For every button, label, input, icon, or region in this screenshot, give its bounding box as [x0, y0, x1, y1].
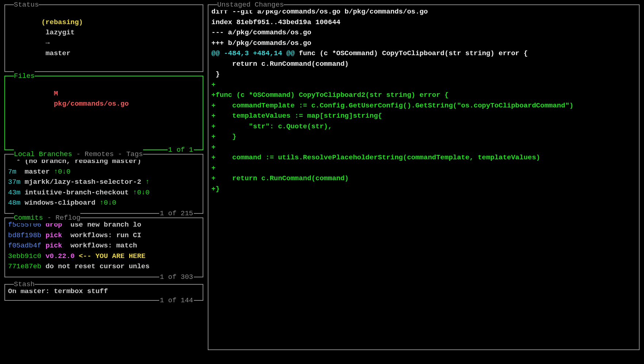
status-line: (rebasing) lazygit → master	[8, 7, 200, 69]
diff-line: --- a/pkg/commands/os.go	[211, 27, 636, 38]
diff-line: + commandTemplate := c.Config.GetUserCon…	[211, 101, 636, 111]
branch-item[interactable]: 7m master ↑0↓0	[8, 167, 200, 177]
stash-footer: 1 of 144	[159, 295, 194, 306]
panel-title-branches: Local Branches - Remotes - Tags	[14, 149, 143, 160]
files-title-label: Files	[14, 72, 35, 80]
diff-view[interactable]: diff --git a/pkg/commands/os.go b/pkg/co…	[211, 7, 636, 347]
files-panel[interactable]: Files M pkg/commands/os.go 1 of 1	[4, 76, 203, 150]
commit-item[interactable]: f05adb4f pick workflows: match	[8, 240, 200, 251]
diff-line: + }	[211, 132, 636, 142]
repo-name: lazygit	[46, 29, 75, 37]
diff-line: +}	[211, 184, 636, 194]
panel-title-files: Files	[14, 71, 35, 81]
files-list[interactable]: M pkg/commands/os.go	[8, 78, 200, 147]
diff-line: }	[211, 69, 636, 80]
status-title-label: Status	[14, 1, 39, 9]
file-path: pkg/commands/os.go	[54, 100, 129, 108]
file-item[interactable]: M pkg/commands/os.go	[8, 78, 200, 120]
branches-list[interactable]: * (no branch, rebasing master)7m master …	[8, 156, 200, 211]
commit-item[interactable]: 771e87eb do not reset cursor unles	[8, 261, 200, 272]
panel-title-commits: Commits - Reflog	[14, 213, 80, 223]
diff-line: index 81ebf951..43bed19a 100644	[211, 17, 636, 28]
current-branch: master	[46, 49, 70, 57]
diff-line: + "str": c.Quote(str),	[211, 121, 636, 132]
commit-item[interactable]: 3ebb91c0 v0.22.0 <-- YOU ARE HERE	[8, 251, 200, 262]
commits-footer: 1 of 303	[159, 272, 194, 283]
commits-panel[interactable]: Commits - Reflog f5c55f06 drop use new b…	[4, 217, 203, 277]
diff-line: +	[211, 163, 636, 174]
file-status: M	[54, 90, 58, 98]
commit-item[interactable]: bd8f198b pick workflows: run CI	[8, 230, 200, 241]
tab-reflog[interactable]: Reflog	[55, 214, 80, 222]
rebasing-indicator: (rebasing)	[41, 18, 83, 26]
main-title-label: Unstaged Changes	[217, 1, 284, 9]
diff-line: +func (c *OSCommand) CopyToClipboard2(st…	[211, 90, 636, 101]
help-bar: 1-5: jump to panel, esc: cancel, pgup/pg…	[4, 350, 640, 364]
branch-item[interactable]: 43m intuitive-branch-checkout ↑0↓0	[8, 187, 200, 198]
stash-title-label: Stash	[14, 280, 35, 288]
arrow-icon: →	[46, 39, 50, 47]
branches-panel[interactable]: Local Branches - Remotes - Tags * (no br…	[4, 154, 203, 214]
commits-list[interactable]: f5c55f06 drop use new branch lobd8f198b …	[8, 220, 200, 274]
diff-line: + return c.RunCommand(command)	[211, 173, 636, 184]
diff-line: +	[211, 142, 636, 153]
panel-title-stash: Stash	[14, 279, 35, 290]
diff-line: @@ -484,3 +484,14 @@ func (c *OSCommand)…	[211, 48, 636, 59]
tab-tags[interactable]: Tags	[126, 150, 143, 158]
tab-commits[interactable]: Commits	[14, 214, 43, 222]
panel-title-main: Unstaged Changes	[217, 0, 284, 10]
diff-line: +++ b/pkg/commands/os.go	[211, 38, 636, 49]
diff-line: return c.RunCommand(command)	[211, 59, 636, 69]
stash-panel[interactable]: Stash On master: termbox stuff 1 of 144	[4, 284, 203, 301]
branch-item[interactable]: 37m mjarkk/lazy-stash-selector-2 ↑	[8, 177, 200, 187]
files-footer: 1 of 1	[168, 145, 194, 155]
diff-line: + command := utils.ResolvePlaceholderStr…	[211, 152, 636, 163]
branch-item[interactable]: 48m windows-clipboard ↑0↓0	[8, 198, 200, 208]
panel-title-status: Status	[14, 0, 39, 10]
diff-line: + templateValues := map[string]string{	[211, 111, 636, 121]
main-panel[interactable]: Unstaged Changes diff --git a/pkg/comman…	[208, 4, 640, 350]
tab-local-branches[interactable]: Local Branches	[14, 150, 72, 158]
diff-line: +	[211, 80, 636, 90]
tab-remotes[interactable]: Remotes	[85, 150, 114, 158]
branches-footer: 1 of 215	[159, 208, 194, 219]
status-panel[interactable]: Status (rebasing) lazygit → master	[4, 4, 203, 72]
